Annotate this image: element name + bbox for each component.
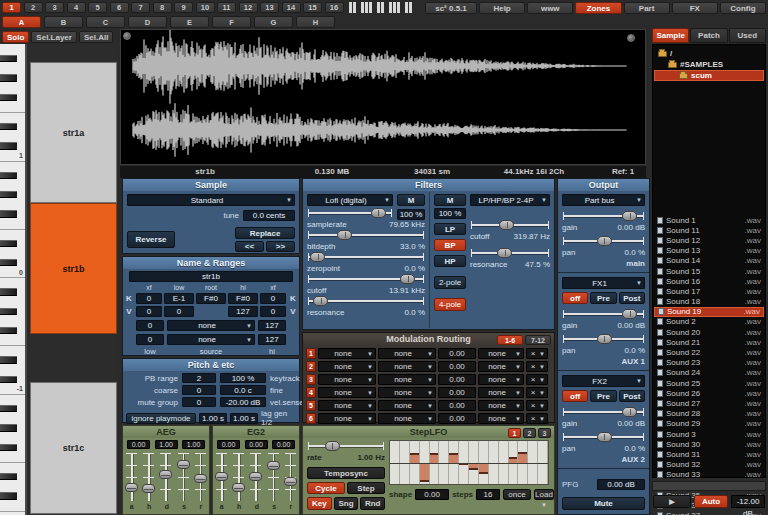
mod-source-select[interactable]: none▼: [318, 361, 376, 372]
filter2-mode-lp[interactable]: LP: [434, 223, 466, 235]
wave-handle-right[interactable]: [627, 34, 635, 42]
filter2-4-pole[interactable]: 4-pole: [434, 298, 466, 311]
mod-op-select[interactable]: ×▼: [526, 400, 548, 411]
sel-layer-button[interactable]: Sel.Layer: [31, 31, 77, 43]
browser-tab-used[interactable]: Used: [729, 28, 766, 43]
pitch-field[interactable]: 2: [182, 373, 216, 383]
mod-source-select[interactable]: none▼: [318, 400, 376, 411]
mod-amount-field[interactable]: 0.00: [438, 374, 476, 385]
pitch-field[interactable]: 0: [182, 397, 216, 407]
slider-handle[interactable]: [622, 407, 637, 417]
mod-source-select[interactable]: none▼: [318, 413, 376, 424]
env-value-field[interactable]: 0.00: [245, 440, 268, 449]
fx-routing-pre-button[interactable]: Pre: [590, 390, 616, 402]
black-key[interactable]: [0, 473, 17, 480]
list-item[interactable]: Sound 24.wav: [654, 368, 764, 378]
mod-dest-select[interactable]: none▼: [478, 361, 524, 372]
black-key[interactable]: [0, 55, 17, 62]
slider-handle[interactable]: [284, 477, 297, 486]
filter1-bitdepth-slider[interactable]: [307, 229, 425, 241]
list-item[interactable]: Sound 32.wav: [654, 460, 764, 470]
channel-button-15[interactable]: 15: [303, 2, 322, 13]
fx-routing-pre-button[interactable]: Pre: [590, 292, 616, 304]
slider-handle[interactable]: [142, 484, 155, 493]
next-sample-button[interactable]: >>: [266, 241, 295, 252]
env-value-field[interactable]: 1.00: [155, 440, 178, 449]
range-field[interactable]: 0: [136, 293, 162, 304]
env-slider-s[interactable]: [266, 452, 281, 502]
filter2-type-select[interactable]: LP/HP/BP 2-4P▼: [470, 194, 550, 206]
waveform-display[interactable]: [120, 29, 646, 165]
ignore-playmode-button[interactable]: ignore playmode: [126, 413, 196, 424]
black-key[interactable]: [0, 405, 17, 412]
slider-handle[interactable]: [622, 309, 637, 319]
env-value-field[interactable]: 0.00: [272, 440, 295, 449]
list-item[interactable]: Sound 3.wav: [654, 429, 764, 439]
slider-handle[interactable]: [177, 460, 190, 469]
zone-block-str1a[interactable]: str1a: [30, 62, 117, 203]
black-key[interactable]: [0, 74, 17, 81]
pfg-field[interactable]: 0.00 dB: [597, 479, 645, 490]
mod-source-select[interactable]: none▼: [318, 348, 376, 359]
env-slider-h[interactable]: [141, 452, 156, 502]
lfo-tab-3[interactable]: 3: [538, 428, 551, 438]
filter1-resonance-slider[interactable]: [307, 295, 425, 307]
mod-source2-select[interactable]: none▼: [378, 348, 436, 359]
www-button[interactable]: www: [527, 2, 573, 14]
black-key[interactable]: [0, 123, 17, 130]
tree-node-scum[interactable]: scum: [654, 70, 764, 81]
temposync-button[interactable]: Temposync: [307, 467, 385, 479]
playmode-select[interactable]: Standard▼: [127, 194, 295, 206]
env-value-field[interactable]: 1.00: [182, 440, 205, 449]
list-item[interactable]: Sound 17.wav: [654, 286, 764, 296]
part-button[interactable]: Part: [624, 2, 670, 14]
filter1-samplerate-slider[interactable]: [307, 207, 393, 219]
range-field[interactable]: 127: [228, 306, 258, 317]
ctrl-hi-field[interactable]: 127: [258, 320, 286, 331]
lfo-sng-button[interactable]: Sng: [334, 497, 359, 510]
slider-handle[interactable]: [597, 334, 612, 344]
list-item[interactable]: Sound 18.wav: [654, 297, 764, 307]
mod-tab-1-6[interactable]: 1-6: [497, 335, 523, 345]
lfo-rate-handle[interactable]: [307, 440, 385, 452]
prev-sample-button[interactable]: <<: [235, 241, 264, 252]
pan-slider[interactable]: [562, 431, 645, 443]
list-item[interactable]: Sound 29.wav: [654, 419, 764, 429]
env-slider-d[interactable]: [158, 452, 173, 502]
black-key[interactable]: [0, 356, 17, 363]
list-item[interactable]: Sound 28.wav: [654, 409, 764, 419]
list-item[interactable]: Sound 20.wav: [654, 327, 764, 337]
slider-handle[interactable]: [325, 441, 340, 451]
aux2-bus-select[interactable]: FX2▼: [562, 375, 645, 387]
mute-button[interactable]: Mute: [562, 497, 645, 510]
range-field[interactable]: 0: [260, 293, 286, 304]
fx-routing-off-button[interactable]: off: [562, 292, 588, 304]
env-slider-d[interactable]: [248, 452, 263, 502]
ctrl-low-field[interactable]: 0: [136, 334, 164, 345]
pitch-field[interactable]: 100 %: [220, 373, 266, 383]
mod-dest-select[interactable]: none▼: [478, 413, 524, 424]
range-field[interactable]: E-1: [164, 293, 194, 304]
ctrl-hi-field[interactable]: 127: [258, 334, 286, 345]
filter1-mute-button[interactable]: M: [397, 194, 425, 206]
lfo-rate-slider[interactable]: [307, 440, 385, 452]
slider-handle[interactable]: [125, 483, 138, 492]
slider-handle[interactable]: [497, 248, 512, 258]
slider-handle[interactable]: [232, 483, 245, 492]
black-key[interactable]: [0, 288, 17, 295]
layer-button-H[interactable]: H: [296, 16, 335, 28]
channel-button-16[interactable]: 16: [325, 2, 344, 13]
layer-button-C[interactable]: C: [86, 16, 125, 28]
pan-slider[interactable]: [562, 235, 645, 247]
layer-button-G[interactable]: G: [254, 16, 293, 28]
channel-button-11[interactable]: 11: [217, 2, 236, 13]
mod-source2-select[interactable]: none▼: [378, 361, 436, 372]
pitch-field[interactable]: 0.0 c: [220, 385, 266, 395]
channel-button-9[interactable]: 9: [174, 2, 193, 13]
zones-button[interactable]: Zones: [575, 2, 621, 14]
lag1-field[interactable]: 1.00 s: [199, 413, 227, 424]
list-item[interactable]: Sound 12.wav: [654, 235, 764, 245]
lfo-cycle-button[interactable]: Cycle: [307, 482, 345, 494]
channel-button-7[interactable]: 7: [131, 2, 150, 13]
lfo-tab-2[interactable]: 2: [523, 428, 536, 438]
